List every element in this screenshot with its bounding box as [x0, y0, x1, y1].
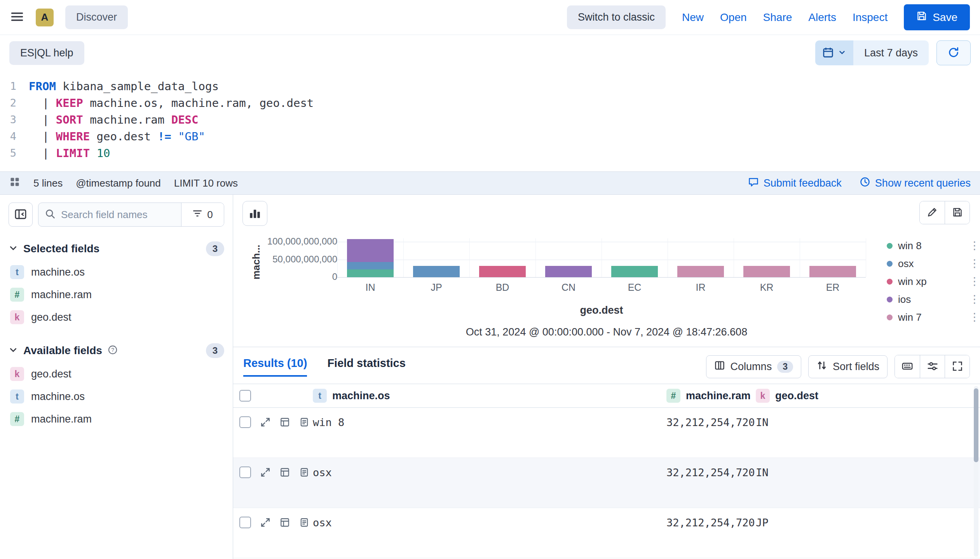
cell-machine-ram[interactable]: 32,212,254,720	[666, 416, 756, 428]
view-doc-table-button[interactable]	[280, 467, 290, 477]
bar-segment-win-7[interactable]	[809, 266, 856, 277]
legend-item-win-xp[interactable]: win xp⋮	[887, 276, 980, 287]
column-header-machine-ram[interactable]: #machine.ram	[666, 389, 756, 403]
expand-row-button[interactable]	[260, 417, 270, 427]
field-item-geo.dest[interactable]: kgeo.dest	[9, 363, 224, 385]
line-number: 1	[0, 80, 29, 92]
code-line[interactable]: 5 | LIMIT 10	[0, 145, 980, 161]
main-menu-button[interactable]	[10, 10, 24, 25]
code-line[interactable]: 3 | SORT machine.ram DESC	[0, 111, 980, 128]
search-field-names-input[interactable]	[61, 209, 175, 221]
chart-plot[interactable]	[337, 238, 866, 277]
field-item-machine.ram[interactable]: #machine.ram	[9, 283, 224, 306]
bar-segment-win-7[interactable]	[677, 266, 724, 277]
expand-row-button[interactable]	[260, 517, 270, 528]
save-button[interactable]: Save	[904, 4, 970, 30]
cell-machine-os[interactable]: win 8	[313, 416, 666, 428]
bar-segment-win-xp[interactable]	[479, 266, 526, 277]
switch-to-classic-button[interactable]: Switch to classic	[567, 5, 666, 29]
legend-item-win-8[interactable]: win 8⋮	[887, 240, 980, 252]
tab-results[interactable]: Results (10)	[243, 357, 307, 377]
chart-type-picker-button[interactable]	[242, 201, 267, 226]
help-circle-icon[interactable]: ?	[108, 345, 118, 356]
view-doc-text-button[interactable]	[299, 517, 309, 528]
column-header-geo-dest[interactable]: kgeo.dest	[756, 389, 980, 403]
nav-inspect-button[interactable]: Inspect	[853, 11, 888, 24]
columns-button[interactable]: Columns 3	[706, 355, 801, 378]
nav-alerts-button[interactable]: Alerts	[808, 11, 836, 24]
cell-machine-ram[interactable]: 32,212,254,720	[666, 466, 756, 479]
cell-geo-dest[interactable]: IN	[756, 416, 980, 428]
edit-visualization-button[interactable]	[920, 201, 945, 224]
x-tick-label: IR	[668, 282, 734, 293]
code-line[interactable]: 2 | KEEP machine.os, machine.ram, geo.de…	[0, 94, 980, 111]
legend-item-osx[interactable]: osx⋮	[887, 258, 980, 269]
submit-feedback-link[interactable]: Submit feedback	[748, 176, 842, 190]
row-checkbox[interactable]	[239, 466, 251, 478]
fullscreen-button[interactable]	[945, 355, 970, 378]
keyboard-shortcuts-button[interactable]	[895, 355, 920, 378]
legend-actions-button[interactable]: ⋮	[969, 240, 980, 251]
collapse-sidebar-button[interactable]	[9, 203, 33, 227]
column-header-machine-os[interactable]: tmachine.os	[313, 389, 666, 403]
field-item-geo.dest[interactable]: kgeo.dest	[9, 306, 224, 328]
legend-actions-button[interactable]: ⋮	[969, 312, 980, 323]
cell-machine-ram[interactable]: 32,212,254,720	[666, 517, 756, 529]
space-avatar[interactable]: A	[36, 9, 54, 26]
time-range-value[interactable]: Last 7 days	[853, 40, 929, 65]
breadcrumb-discover[interactable]: Discover	[65, 5, 128, 29]
bar-segment-ios[interactable]	[545, 266, 592, 277]
field-item-machine.os[interactable]: tmachine.os	[9, 261, 224, 283]
selected-fields-header[interactable]: Selected fields 3	[9, 241, 224, 256]
sort-fields-button[interactable]: Sort fields	[808, 355, 888, 378]
bar-segment-win-8[interactable]	[611, 266, 658, 277]
gridline	[469, 238, 470, 277]
view-doc-table-button[interactable]	[280, 517, 290, 528]
available-fields-header[interactable]: Available fields ? 3	[9, 343, 224, 358]
date-quick-select-button[interactable]	[815, 40, 853, 65]
nav-open-button[interactable]: Open	[720, 11, 747, 24]
field-item-machine.os[interactable]: tmachine.os	[9, 385, 224, 408]
bar-segment-win-8[interactable]	[347, 269, 394, 277]
legend-actions-button[interactable]: ⋮	[969, 276, 980, 287]
tab-field-statistics[interactable]: Field statistics	[327, 357, 405, 377]
nav-share-button[interactable]: Share	[763, 11, 792, 24]
timestamp-status: @timestamp found	[76, 177, 161, 189]
esql-editor[interactable]: 1FROM kibana_sample_data_logs2 | KEEP ma…	[0, 71, 980, 171]
vertical-scrollbar[interactable]	[974, 386, 978, 557]
nav-new-button[interactable]: New	[682, 11, 704, 24]
bar-segment-win-7[interactable]	[743, 266, 790, 277]
field-filter-button[interactable]: 0	[181, 203, 224, 226]
view-doc-table-button[interactable]	[280, 417, 290, 427]
cell-machine-os[interactable]: osx	[313, 517, 666, 529]
scrollbar-thumb[interactable]	[974, 388, 978, 462]
cell-machine-os[interactable]: osx	[313, 466, 666, 479]
row-checkbox[interactable]	[239, 517, 251, 528]
field-item-machine.ram[interactable]: #machine.ram	[9, 408, 224, 430]
view-doc-text-button[interactable]	[299, 467, 309, 477]
expand-row-button[interactable]	[260, 467, 270, 477]
legend-item-win-7[interactable]: win 7⋮	[887, 311, 980, 323]
line-number: 5	[0, 147, 29, 159]
select-all-checkbox[interactable]	[239, 390, 251, 402]
field-search[interactable]	[38, 203, 181, 226]
code-line[interactable]: 1FROM kibana_sample_data_logs	[0, 78, 980, 94]
legend-actions-button[interactable]: ⋮	[969, 258, 980, 269]
esql-help-button[interactable]: ES|QL help	[9, 41, 84, 65]
legend-actions-button[interactable]: ⋮	[969, 294, 980, 305]
recent-queries-link[interactable]: Show recent queries	[860, 176, 971, 190]
bar-segment-ios[interactable]	[347, 239, 394, 262]
bar-segment-osx[interactable]	[413, 266, 460, 277]
display-settings-button[interactable]	[920, 355, 945, 378]
save-visualization-button[interactable]	[945, 201, 970, 224]
field-name: machine.ram	[31, 413, 92, 425]
legend-item-ios[interactable]: ios⋮	[887, 293, 980, 305]
cell-geo-dest[interactable]: JP	[756, 517, 980, 529]
code-line[interactable]: 4 | WHERE geo.dest != "GB"	[0, 128, 980, 145]
bar-segment-osx[interactable]	[347, 262, 394, 270]
row-checkbox[interactable]	[239, 416, 251, 428]
view-doc-text-button[interactable]	[299, 417, 309, 427]
cell-geo-dest[interactable]: IN	[756, 466, 980, 479]
svg-text:?: ?	[111, 347, 114, 353]
refresh-query-button[interactable]	[936, 40, 971, 65]
